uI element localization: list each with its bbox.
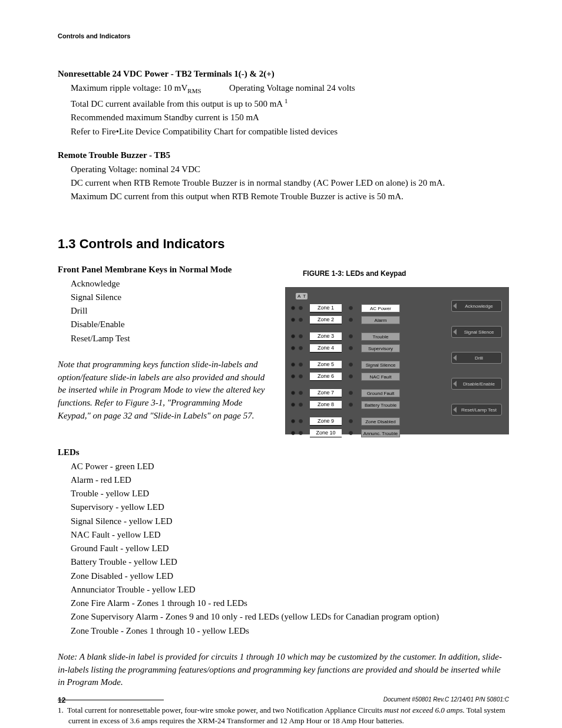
status-label: Supervisory bbox=[361, 344, 400, 353]
led-item: Supervisory - yellow LED bbox=[71, 500, 509, 514]
alarm-led bbox=[291, 374, 295, 378]
label-note: Note: A blank slide-in label is provided… bbox=[58, 651, 509, 689]
zone-label: Zone 4 bbox=[310, 344, 342, 353]
led-item: Annunciator Trouble - yellow LED bbox=[71, 583, 509, 597]
keypad-button[interactable]: Signal Silence bbox=[451, 326, 502, 338]
key-item: Disable/Enable bbox=[71, 318, 271, 331]
status-led bbox=[349, 346, 353, 350]
programming-note: Note that programming keys function slid… bbox=[58, 358, 271, 423]
status-label: AC Power bbox=[361, 304, 400, 312]
key-item: Acknowledge bbox=[71, 277, 271, 291]
status-label: NAC Fault bbox=[361, 373, 400, 381]
spec-heading-nonresettable: Nonresettable 24 VDC Power - TB2 Termina… bbox=[58, 69, 509, 79]
status-label: Alarm bbox=[361, 316, 400, 324]
alarm-led bbox=[291, 334, 295, 338]
status-led bbox=[349, 363, 353, 367]
spec-line: Recommended maximum Standby current is 1… bbox=[71, 111, 509, 124]
alarm-led bbox=[291, 306, 295, 310]
status-led bbox=[349, 334, 353, 338]
at-header: AT bbox=[296, 293, 308, 299]
spec-heading-remote-buzzer: Remote Trouble Buzzer - TB5 bbox=[58, 150, 509, 160]
status-label: Ground Fault bbox=[361, 389, 400, 397]
status-label: Signal Silence bbox=[361, 361, 400, 369]
alarm-led bbox=[291, 318, 295, 322]
led-item: Zone Trouble - Zones 1 through 10 - yell… bbox=[71, 624, 509, 638]
led-item: AC Power - green LED bbox=[71, 460, 509, 473]
leds-heading: LEDs bbox=[58, 447, 509, 457]
spec-line: Total DC current available from this out… bbox=[71, 96, 509, 111]
status-led bbox=[349, 306, 353, 310]
section-title: 1.3 Controls and Indicators bbox=[58, 236, 509, 252]
alarm-led bbox=[291, 403, 295, 407]
zone-label: Zone 7 bbox=[310, 389, 342, 397]
trouble-led bbox=[299, 306, 303, 310]
key-item: Drill bbox=[71, 304, 271, 318]
alarm-led bbox=[291, 346, 295, 350]
zone-label: Zone 6 bbox=[310, 373, 342, 381]
spec-line: Refer to Fire•Lite Device Compatibility … bbox=[71, 125, 509, 139]
panel-row: Zone 10Annunc. Trouble bbox=[291, 427, 503, 439]
status-led bbox=[349, 374, 353, 378]
status-label: Annunc. Trouble bbox=[361, 429, 400, 437]
led-item: Zone Supervisory Alarm - Zones 9 and 10 … bbox=[71, 610, 509, 624]
trouble-led bbox=[299, 363, 303, 367]
doc-id: Document #50801 Rev.C 12/14/01 P/N 50801… bbox=[384, 696, 509, 704]
ripple-voltage: Maximum ripple voltage: 10 mV bbox=[71, 83, 187, 93]
status-led bbox=[349, 403, 353, 407]
zone-label: Zone 9 bbox=[310, 417, 342, 426]
led-item: Battery Trouble - yellow LED bbox=[71, 555, 509, 569]
keypad-button[interactable]: Reset/Lamp Test bbox=[451, 404, 502, 416]
trouble-led bbox=[299, 334, 303, 338]
zone-label: Zone 8 bbox=[310, 401, 342, 409]
led-item: Alarm - red LED bbox=[71, 473, 509, 487]
led-item: Trouble - yellow LED bbox=[71, 487, 509, 500]
zone-label: Zone 5 bbox=[310, 361, 342, 369]
keypad-panel: AT Zone 1AC PowerZone 2AlarmZone 3Troubl… bbox=[285, 287, 509, 434]
zone-label: Zone 10 bbox=[310, 429, 342, 437]
operating-voltage: Operating Voltage nominal 24 volts bbox=[229, 83, 355, 93]
status-label: Trouble bbox=[361, 332, 400, 341]
led-item: Zone Disabled - yellow LED bbox=[71, 569, 509, 583]
zone-label: Zone 1 bbox=[310, 304, 342, 312]
led-item: Zone Fire Alarm - Zones 1 through 10 - r… bbox=[71, 597, 509, 610]
figure-caption: FIGURE 1-3: LEDs and Keypad bbox=[303, 269, 509, 278]
status-led bbox=[349, 419, 353, 423]
key-item: Reset/Lamp Test bbox=[71, 332, 271, 345]
trouble-led bbox=[299, 403, 303, 407]
spec-line: DC current when RTB Remote Trouble Buzze… bbox=[71, 176, 509, 190]
spec-line: Operating Voltage: nominal 24 VDC bbox=[71, 163, 509, 176]
status-led bbox=[349, 391, 353, 395]
led-item: Signal Silence - yellow LED bbox=[71, 515, 509, 528]
keypad-button[interactable]: Drill bbox=[451, 352, 502, 364]
trouble-led bbox=[299, 346, 303, 350]
keypad-button[interactable]: Disable/Enable bbox=[451, 378, 502, 390]
status-led bbox=[349, 318, 353, 322]
alarm-led bbox=[291, 431, 295, 435]
status-label: Zone Disabled bbox=[361, 417, 400, 426]
panel-row: Zone 9Zone Disabled bbox=[291, 416, 503, 427]
alarm-led bbox=[291, 391, 295, 395]
zone-label: Zone 2 bbox=[310, 316, 342, 324]
keys-heading: Front Panel Membrane Keys in Normal Mode bbox=[58, 265, 271, 275]
spec-line: Maximum DC current from this output when… bbox=[71, 190, 509, 203]
trouble-led bbox=[299, 419, 303, 423]
status-led bbox=[349, 431, 353, 435]
alarm-led bbox=[291, 419, 295, 423]
key-item: Signal Silence bbox=[71, 291, 271, 304]
trouble-led bbox=[299, 391, 303, 395]
trouble-led bbox=[299, 318, 303, 322]
trouble-led bbox=[299, 431, 303, 435]
footnote: 1. Total current for nonresettable power… bbox=[58, 705, 509, 726]
spec-line: Maximum ripple voltage: 10 mVRMS Operati… bbox=[71, 81, 509, 96]
trouble-led bbox=[299, 374, 303, 378]
running-header: Controls and Indicators bbox=[58, 32, 509, 39]
alarm-led bbox=[291, 363, 295, 367]
page-footer: 12 Document #50801 Rev.C 12/14/01 P/N 50… bbox=[58, 696, 509, 704]
zone-label: Zone 3 bbox=[310, 332, 342, 341]
led-item: NAC Fault - yellow LED bbox=[71, 528, 509, 542]
page-number: 12 bbox=[58, 696, 65, 704]
keypad-button[interactable]: Acknowledge bbox=[451, 300, 502, 312]
status-label: Battery Trouble bbox=[361, 401, 400, 409]
led-item: Ground Fault - yellow LED bbox=[71, 542, 509, 555]
